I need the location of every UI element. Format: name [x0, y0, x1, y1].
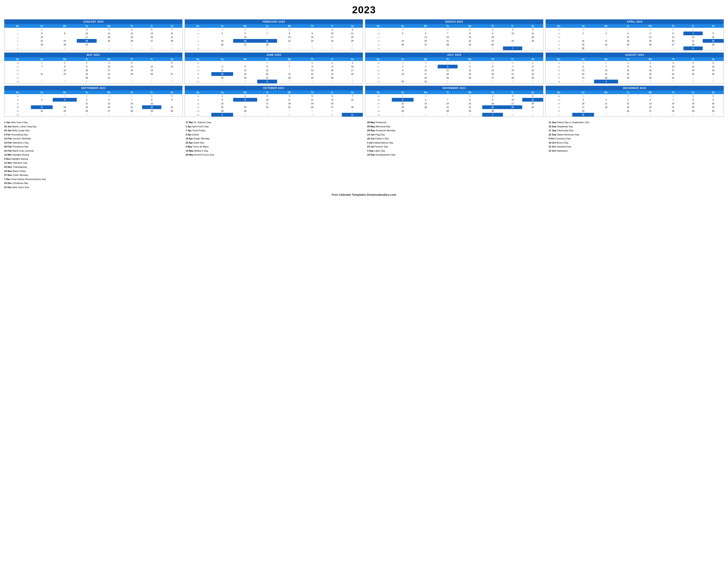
day-cell: 22 — [703, 39, 724, 43]
col-fr: Fr — [503, 24, 522, 28]
day-cell: 21 — [342, 102, 363, 105]
week-number: 16 — [546, 39, 572, 43]
col-we: We — [277, 90, 302, 94]
cal-table: No.SuMoTuWeThFrSa35272829303112363456789… — [4, 90, 182, 117]
holiday-date: 14 May — [186, 150, 194, 152]
day-cell: 1 — [211, 94, 233, 98]
holiday-item: 12 Feb Lincoln's Birthday — [4, 137, 179, 141]
day-cell: 20 — [257, 72, 277, 76]
day-cell: 18 — [121, 68, 142, 72]
day-cell: 2 — [458, 80, 482, 83]
day-cell: 27 — [233, 43, 257, 46]
col-su: Su — [572, 90, 594, 94]
day-cell: 3 — [233, 80, 257, 83]
day-cell: 20 — [323, 102, 342, 105]
day-cell: 24 — [414, 76, 438, 80]
day-cell: 19 — [233, 72, 257, 76]
day-cell: 6 — [703, 46, 724, 50]
day-cell: 10 — [97, 65, 121, 68]
day-cell: 2 — [703, 76, 724, 80]
day-cell: 31 — [594, 61, 618, 65]
day-cell: 31 — [257, 109, 277, 113]
holiday-name: Easter Monday — [194, 137, 210, 140]
day-cell: 6 — [142, 113, 161, 117]
day-cell: 1 — [31, 28, 53, 32]
day-cell: 3 — [161, 76, 182, 80]
day-cell: 28 — [342, 105, 363, 109]
holiday-name: Easter — [192, 133, 199, 136]
day-cell: 3 — [31, 98, 53, 102]
day-cell: 9 — [77, 65, 96, 68]
col-su: Su — [211, 57, 233, 61]
day-cell: 28 — [277, 76, 302, 80]
col-tu: Tu — [77, 24, 96, 28]
col-th: Th — [121, 90, 142, 94]
day-cell: 17 — [342, 68, 363, 72]
day-cell: 14 — [121, 102, 142, 105]
day-cell: 19 — [77, 105, 96, 109]
day-cell: 15 — [522, 68, 543, 72]
day-cell: 22 — [522, 72, 543, 76]
day-cell: 5 — [392, 98, 414, 102]
day-cell: 25 — [438, 76, 457, 80]
col-th: Th — [302, 57, 323, 61]
col-th: Th — [302, 90, 323, 94]
day-cell: 14 — [503, 68, 522, 72]
day-cell: 4 — [161, 43, 182, 46]
day-cell: 4 — [522, 94, 543, 98]
col-mo: Mo — [594, 57, 618, 61]
week-number: 6 — [185, 32, 211, 35]
week-number: 35 — [4, 94, 31, 98]
week-number: 43 — [185, 105, 211, 109]
week-number: 13 — [365, 43, 392, 46]
holiday-date: 22 Apr — [186, 141, 193, 144]
holiday-name: Mardi Gras Carnival — [12, 150, 34, 152]
col-we: We — [638, 90, 663, 94]
holiday-name: Cinco de Mayo — [193, 145, 209, 148]
day-cell: 20 — [572, 72, 594, 76]
holiday-date: 28 May — [367, 121, 375, 124]
week-number: 1 — [546, 113, 572, 117]
day-cell: 25 — [53, 109, 77, 113]
day-cell: 16 — [638, 68, 663, 72]
day-cell: 10 — [257, 98, 277, 102]
day-cell: 27 — [414, 109, 438, 113]
holiday-item: 10 Apr Easter Monday — [186, 137, 361, 141]
day-cell: 18 — [211, 72, 233, 76]
holiday-name: Native American Day — [557, 133, 579, 136]
day-cell: 7 — [121, 98, 142, 102]
day-cell: 22 — [31, 39, 53, 43]
col-fr: Fr — [323, 24, 342, 28]
holiday-date: 24 Jan — [4, 129, 12, 132]
day-cell: 7 — [594, 65, 618, 68]
week-number: 21 — [4, 72, 31, 76]
holiday-name: Belly Laugh Day — [12, 129, 30, 132]
week-number: 8 — [185, 39, 211, 43]
day-cell: 29 — [233, 61, 257, 65]
holiday-item: 16 Jan Martin Luther King Day — [4, 125, 179, 129]
day-cell: 2 — [618, 46, 638, 50]
day-cell: 27 — [257, 76, 277, 80]
week-number: 17 — [546, 43, 572, 46]
day-cell: 9 — [638, 65, 663, 68]
day-cell: 24 — [572, 109, 594, 113]
day-cell: 17 — [77, 35, 96, 39]
day-cell: 2 — [703, 94, 724, 98]
day-cell: 29 — [77, 94, 96, 98]
day-cell: 5 — [211, 46, 233, 50]
week-number: 26 — [185, 76, 211, 80]
day-cell: 6 — [233, 32, 257, 35]
day-cell: 29 — [31, 43, 53, 46]
day-cell: 27 — [663, 43, 684, 46]
day-cell: 30 — [482, 109, 503, 113]
day-cell: 5 — [121, 113, 142, 117]
day-cell: 8 — [302, 65, 323, 68]
day-cell: 26 — [392, 109, 414, 113]
day-cell: 5 — [392, 32, 414, 35]
holiday-item: 4 Sep Labor Day — [367, 149, 542, 153]
day-cell: 5 — [522, 80, 543, 83]
day-cell: 22 — [142, 105, 161, 109]
day-cell: 2 — [323, 61, 342, 65]
day-cell: 30 — [233, 28, 257, 32]
day-cell: 26 — [414, 61, 438, 65]
